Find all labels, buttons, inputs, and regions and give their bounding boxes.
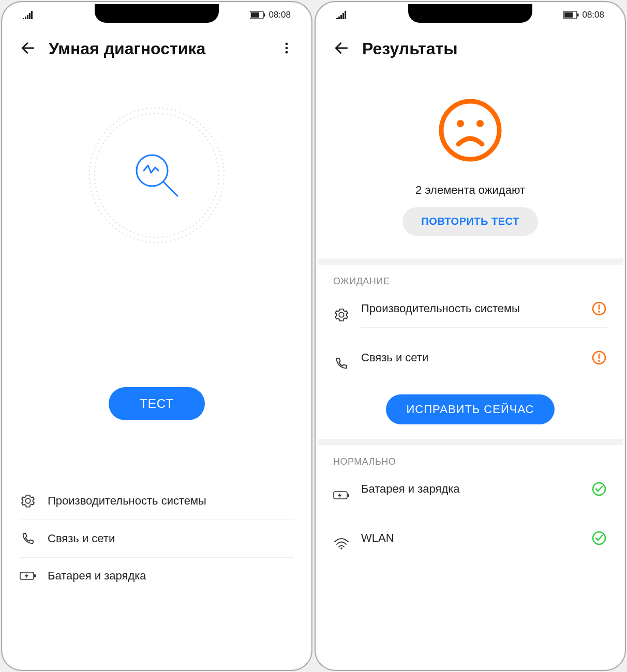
gear-icon [20, 494, 36, 508]
row-connectivity[interactable]: Связь и сети [318, 339, 623, 388]
row-wlan[interactable]: WLAN [318, 520, 623, 568]
battery-charging-icon [20, 571, 36, 581]
status-bar: 08:08 [318, 4, 623, 26]
row-label: Производительность системы [361, 302, 579, 315]
category-list: Производительность системы Связь и сети … [4, 482, 309, 594]
divider [318, 258, 623, 265]
svg-point-23 [598, 360, 600, 362]
svg-rect-1 [251, 12, 259, 18]
check-circle-icon [591, 531, 607, 545]
normal-list: Батарея и зарядка WLAN [318, 470, 623, 569]
battery-icon [250, 11, 265, 19]
back-arrow-icon [20, 40, 36, 56]
phone-frame-left: 08:08 Умная диагностика [1, 1, 312, 671]
row-battery[interactable]: Батарея и зарядка [318, 470, 623, 520]
summary-text: 2 элемента ожидают [415, 184, 525, 197]
row-label: WLAN [361, 531, 579, 545]
warning-icon [591, 350, 607, 365]
back-button[interactable] [333, 40, 350, 58]
svg-rect-25 [348, 494, 349, 497]
row-performance[interactable]: Производительность системы [318, 290, 623, 339]
section-title-normal: НОРМАЛЬНО [318, 445, 623, 470]
battery-icon [563, 11, 579, 19]
svg-point-6 [89, 108, 224, 242]
status-bar: 08:08 [4, 4, 309, 26]
svg-point-3 [286, 42, 288, 45]
svg-point-17 [476, 120, 484, 127]
svg-rect-11 [34, 574, 36, 577]
diagnostic-hero [4, 68, 309, 273]
notch [95, 4, 219, 23]
list-item-performance[interactable]: Производительность системы [20, 482, 294, 520]
app-header: Умная диагностика [4, 26, 309, 68]
retry-button[interactable]: ПОВТОРИТЬ ТЕСТ [402, 207, 538, 236]
divider [318, 439, 623, 445]
list-item-battery[interactable]: Батарея и зарядка [20, 558, 294, 594]
row-label: Батарея и зарядка [361, 482, 579, 496]
pending-list: Производительность системы Связь и сети [318, 290, 623, 388]
back-arrow-icon [333, 40, 350, 56]
fix-now-button[interactable]: ИСПРАВИТЬ СЕЙЧАС [386, 394, 555, 424]
svg-point-27 [340, 547, 342, 549]
app-header: Результаты [318, 26, 623, 68]
svg-point-16 [457, 120, 464, 127]
results-hero: 2 элемента ожидают ПОВТОРИТЬ ТЕСТ [318, 68, 623, 258]
test-button[interactable]: ТЕСТ [109, 387, 205, 420]
gear-icon [333, 308, 350, 322]
list-item-label: Связь и сети [48, 532, 115, 545]
phone-frame-right: 08:08 Результаты 2 элемента ожидают ПОВТ… [315, 1, 626, 671]
svg-point-20 [598, 311, 600, 313]
list-item-label: Производительность системы [48, 494, 206, 508]
clock-text: 08:08 [582, 10, 604, 20]
sad-face-icon [437, 97, 504, 164]
svg-point-15 [441, 101, 499, 159]
more-vertical-icon [279, 41, 294, 55]
warning-icon [591, 301, 607, 316]
phone-icon [333, 356, 350, 371]
svg-rect-14 [577, 13, 579, 17]
signal-icon [23, 11, 34, 19]
list-item-connectivity[interactable]: Связь и сети [20, 520, 294, 558]
page-title: Умная диагностика [49, 39, 267, 58]
notch [408, 4, 532, 23]
wifi-icon [333, 538, 350, 550]
svg-point-7 [95, 113, 219, 237]
back-button[interactable] [20, 40, 36, 58]
row-label: Связь и сети [361, 351, 579, 364]
clock-text: 08:08 [268, 10, 291, 20]
check-circle-icon [591, 482, 607, 496]
svg-rect-13 [564, 12, 573, 18]
section-title-pending: ОЖИДАНИЕ [318, 265, 623, 290]
list-item-label: Батарея и зарядка [48, 569, 146, 583]
svg-point-4 [286, 47, 288, 49]
battery-charging-icon [333, 490, 350, 500]
svg-point-5 [286, 51, 288, 53]
more-menu-button[interactable] [279, 41, 294, 57]
tick-ring-icon [79, 98, 234, 253]
svg-rect-2 [264, 13, 265, 17]
page-title: Результаты [362, 39, 607, 58]
phone-icon [20, 531, 36, 546]
signal-icon [336, 11, 348, 19]
